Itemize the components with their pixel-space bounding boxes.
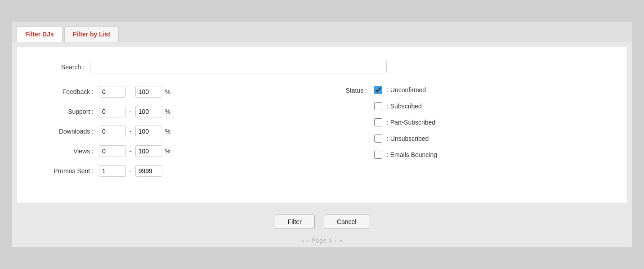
status-item-part-subscribed: : Part-Subscribed — [374, 118, 437, 126]
downloads-max[interactable] — [135, 126, 162, 137]
feedback-separator: - — [130, 88, 132, 95]
status-checkboxes: : Unconfirmed : Subscribed : Part-Subscr… — [374, 86, 437, 167]
checkbox-emails-bouncing[interactable] — [374, 151, 382, 159]
status-item-subscribed: : Subscribed — [374, 102, 437, 110]
status-item-emails-bouncing: : Emails Bouncing — [374, 151, 437, 159]
views-unit: % — [165, 148, 170, 155]
support-unit: % — [165, 108, 170, 115]
label-emails-bouncing: : Emails Bouncing — [387, 151, 437, 158]
promos-sent-max[interactable] — [135, 165, 162, 177]
filters-area: Feedback : - % Support : - % Downloads : — [31, 86, 613, 185]
feedback-unit: % — [165, 88, 170, 95]
views-min[interactable] — [99, 145, 126, 157]
status-item-unsubscribed: : Unsubscribed — [374, 134, 437, 143]
checkbox-unconfirmed[interactable] — [374, 86, 382, 94]
filter-button[interactable]: Filter — [275, 215, 315, 229]
downloads-min[interactable] — [99, 126, 126, 137]
promos-sent-min[interactable] — [99, 165, 126, 177]
tab-filter-by-list[interactable]: Filter by List — [64, 27, 119, 42]
filter-row-feedback: Feedback : - % — [31, 86, 309, 98]
promos-sent-separator: - — [130, 167, 132, 175]
filter-row-promos-sent: Promos Sent : - — [31, 165, 309, 177]
checkbox-unsubscribed[interactable] — [374, 134, 382, 143]
content-area: Search : Feedback : - % Support : — [17, 47, 627, 203]
views-label: Views : — [31, 148, 94, 155]
support-separator: - — [130, 108, 132, 115]
promos-sent-label: Promos Sent : — [31, 167, 94, 175]
search-row: Search : — [31, 61, 613, 73]
dialog: Filter DJs Filter by List Search : Feedb… — [12, 22, 632, 248]
label-subscribed: : Subscribed — [387, 103, 422, 110]
filter-row-views: Views : - % — [31, 145, 309, 157]
search-label: Search : — [31, 63, 85, 71]
tab-filter-djs[interactable]: Filter DJs — [17, 27, 63, 42]
downloads-label: Downloads : — [31, 128, 94, 135]
cancel-button[interactable]: Cancel — [324, 215, 370, 229]
support-label: Support : — [31, 108, 94, 115]
tabs-bar: Filter DJs Filter by List — [12, 22, 632, 42]
feedback-label: Feedback : — [31, 88, 94, 95]
views-separator: - — [130, 148, 132, 155]
footer-bar: Filter Cancel — [12, 208, 632, 235]
left-filters: Feedback : - % Support : - % Downloads : — [31, 86, 309, 185]
feedback-min[interactable] — [99, 86, 126, 98]
pagination: « ‹ Page 1 › » — [12, 235, 632, 247]
filter-row-support: Support : - % — [31, 106, 309, 117]
downloads-unit: % — [165, 128, 170, 135]
checkbox-subscribed[interactable] — [374, 102, 382, 110]
filter-row-downloads: Downloads : - % — [31, 126, 309, 137]
label-unconfirmed: : Unconfirmed — [387, 86, 426, 94]
label-part-subscribed: : Part-Subscribed — [387, 119, 435, 126]
views-max[interactable] — [135, 145, 162, 157]
status-item-unconfirmed: : Unconfirmed — [374, 86, 437, 94]
feedback-max[interactable] — [135, 86, 162, 98]
right-filters: Status : : Unconfirmed : Subscribed — [309, 86, 613, 185]
label-unsubscribed: : Unsubscribed — [387, 135, 429, 142]
search-input[interactable] — [90, 61, 387, 73]
status-section: Status : : Unconfirmed : Subscribed — [335, 86, 613, 167]
downloads-separator: - — [130, 128, 132, 135]
checkbox-part-subscribed[interactable] — [374, 118, 382, 126]
support-min[interactable] — [99, 106, 126, 117]
support-max[interactable] — [135, 106, 162, 117]
status-label: Status : — [335, 86, 367, 94]
